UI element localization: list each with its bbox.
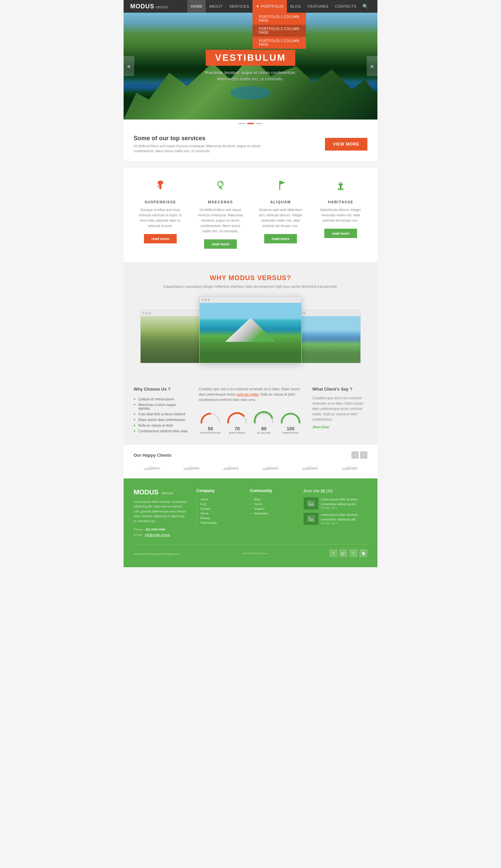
footer-community-forum[interactable]: Forum	[250, 502, 296, 507]
three-columns-section: Why Choose Us ? Qulique at massa ipsum M…	[124, 377, 377, 444]
footer-brand-modus: MODUS	[134, 488, 158, 496]
googleplus-icon[interactable]: g⁺	[339, 549, 347, 557]
nav-features[interactable]: FEATURES	[304, 0, 332, 13]
client-logo-6: 𝓂 jQuery	[331, 464, 367, 472]
browser-content-left	[141, 316, 206, 363]
read-more-button-3[interactable]: read more	[264, 234, 297, 243]
footer-company-contact[interactable]: Contact	[196, 507, 242, 511]
footer-grid: MODUS versus Lorem ipsum dolor sit amet,…	[134, 488, 367, 538]
service-icon-2	[197, 178, 244, 196]
read-more-button-4[interactable]: read more	[324, 229, 357, 238]
svg-rect-5	[279, 181, 280, 190]
gauge-suspendisse: 50 SUSPENDISSE	[199, 410, 222, 434]
footer-blog-post-1-date: 20 May, 2013	[321, 507, 367, 509]
hero-section: VESTIBULUM Maecenas tincidunt, augue et …	[124, 13, 377, 120]
footer-email: e-mail: info@modu.versus	[134, 532, 188, 538]
gauge-maecenas: 70 MAECENAS	[225, 410, 249, 434]
hero-next-button[interactable]: »	[367, 56, 377, 76]
clients-next-button[interactable]: ›	[360, 451, 367, 459]
service-text-2: Ut eleifend libero sed neque rhoncus con…	[197, 207, 244, 234]
footer-blog-post-2: Lorem ipsum dolor sit amet, consectetur …	[303, 513, 367, 525]
service-card-3: ALIQUAM Vivamus eget ante bibendum arcu …	[254, 175, 307, 252]
facebook-icon[interactable]: f	[329, 549, 337, 557]
browser-content-center	[200, 303, 301, 363]
service-card-4: HABITASSE Astechicula ultrices. Integer …	[314, 175, 367, 252]
browser-toolbar-right	[295, 310, 360, 316]
gauge-arc-80	[252, 410, 276, 424]
footer-company-testimonials[interactable]: Testimonials	[196, 520, 242, 525]
hero-dot-2[interactable]	[247, 123, 254, 124]
gauge-label-80: ALIQUAM	[252, 431, 276, 434]
gauges-description: Curabitur quis nisl in leo euismod venen…	[199, 387, 302, 403]
view-more-button[interactable]: VIEW MORE	[325, 138, 367, 151]
svg-marker-6	[280, 181, 285, 185]
browser-mockups	[134, 296, 367, 370]
footer-community-support[interactable]: Support	[250, 507, 296, 511]
svg-point-0	[161, 181, 163, 183]
footer-phone: Phone: 182 2569 5896	[134, 527, 188, 532]
dropdown-item-2[interactable]: › Portfolio 2 column page	[253, 25, 306, 37]
gauge-value-50: 50	[199, 426, 222, 431]
footer-company-terms[interactable]: Terms	[196, 511, 242, 516]
read-more-button-1[interactable]: read more	[144, 234, 177, 243]
why-item-2: Maecenas a lorem augue, egestas	[134, 402, 189, 411]
search-icon[interactable]: 🔍	[360, 4, 371, 9]
why-item-6: Condimentum eleifend vitae vitae	[134, 428, 189, 434]
gauge-aliquam: 80 ALIQUAM	[252, 410, 276, 434]
brand-logo[interactable]: MODUS versus	[130, 3, 168, 10]
dropdown-item-1[interactable]: › Portfolio 2 column page	[253, 13, 306, 25]
svg-point-4	[221, 182, 223, 184]
dropdown-item-3[interactable]: › Portfolio 2 column page	[253, 37, 306, 49]
dot-3	[149, 312, 151, 314]
footer-blog-title: from the BLOG	[303, 488, 367, 493]
dot-4	[202, 299, 204, 301]
service-icon-4	[317, 178, 364, 196]
browser-toolbar-left	[141, 310, 206, 316]
service-title-3: ALIQUAM	[257, 200, 304, 204]
hero-dot-3[interactable]	[256, 123, 263, 124]
nav-contacts[interactable]: CONTACTS	[332, 0, 360, 13]
nav-portfolio[interactable]: ▼ PORTFOLIO › Portfolio 2 column page › …	[253, 0, 287, 13]
service-text-4: Astechicula ultrices. Integer venenatis …	[317, 207, 364, 223]
rss-icon[interactable]: ▣	[359, 549, 367, 557]
client-logo-5: 𝓂 jQuery	[291, 464, 328, 472]
footer-bottom: www.themeforestpremiumtemplate.com 2013 …	[134, 544, 367, 557]
footer-company-faq[interactable]: FAQ	[196, 502, 242, 507]
footer-description: Lorem ipsum dolor sit amet, consectetur …	[134, 499, 188, 523]
clients-prev-button[interactable]: ‹	[351, 451, 359, 459]
footer-community-newsletter[interactable]: Newsletter	[250, 511, 296, 516]
footer-community-blog[interactable]: Blog	[250, 497, 296, 502]
twitter-icon[interactable]: t	[349, 549, 358, 557]
footer-company-title: Company	[196, 488, 242, 493]
service-text-1: Quisque id tellus quis risus vehicula ve…	[137, 207, 184, 229]
nav-blog[interactable]: BLOG	[287, 0, 305, 13]
footer-brand-versus: versus	[161, 491, 173, 496]
clients-section: Our Happy Clients ‹ › 𝓂 jQuery 𝓂 jQuery …	[124, 444, 377, 478]
hero-dot-1[interactable]	[238, 123, 245, 124]
services-heading: Some of our top services	[134, 135, 274, 142]
gauges-link[interactable]: vehicula mattis	[236, 393, 258, 396]
why-section: WHY MODUS VERSUS? Capacitance cascading …	[124, 262, 377, 377]
hero-prev-button[interactable]: «	[124, 56, 134, 76]
footer-community-list: Blog Forum Support Newsletter	[250, 497, 296, 516]
footer-company-col: Company About FAQ Contact Terms Privacy …	[196, 488, 242, 538]
nav-home[interactable]: HOME	[188, 0, 206, 13]
why-item-5: Nulla ac massa at dolor	[134, 423, 189, 428]
clients-nav: ‹ ›	[351, 451, 367, 459]
footer-company-privacy[interactable]: Privacy	[196, 516, 242, 520]
footer-blog-post-2-text: Lorem ipsum dolor sit amet, consectetur …	[321, 513, 367, 522]
testimonial-text: Curabitur quis nisl in leo euismod venen…	[312, 395, 367, 422]
service-card-2: MAECENAS Ut eleifend libero sed neque rh…	[194, 175, 247, 252]
nav-about[interactable]: ABOUT	[206, 0, 226, 13]
service-text-3: Vivamus eget ante bibendum arcu vehicula…	[257, 207, 304, 229]
portfolio-dropdown: › Portfolio 2 column page › Portfolio 2 …	[253, 13, 306, 49]
read-more-button-2[interactable]: read more	[204, 239, 236, 249]
footer-company-about[interactable]: About	[196, 497, 242, 502]
footer-community-title: Community	[250, 488, 296, 493]
footer-email-link[interactable]: info@modu.versus	[145, 533, 170, 536]
gauge-value-100: 100	[279, 426, 302, 431]
gauge-label-100: HABITASSE	[279, 431, 302, 434]
dot-5	[205, 299, 207, 301]
dot-2	[146, 312, 148, 314]
nav-services[interactable]: SERVICES	[226, 0, 253, 13]
